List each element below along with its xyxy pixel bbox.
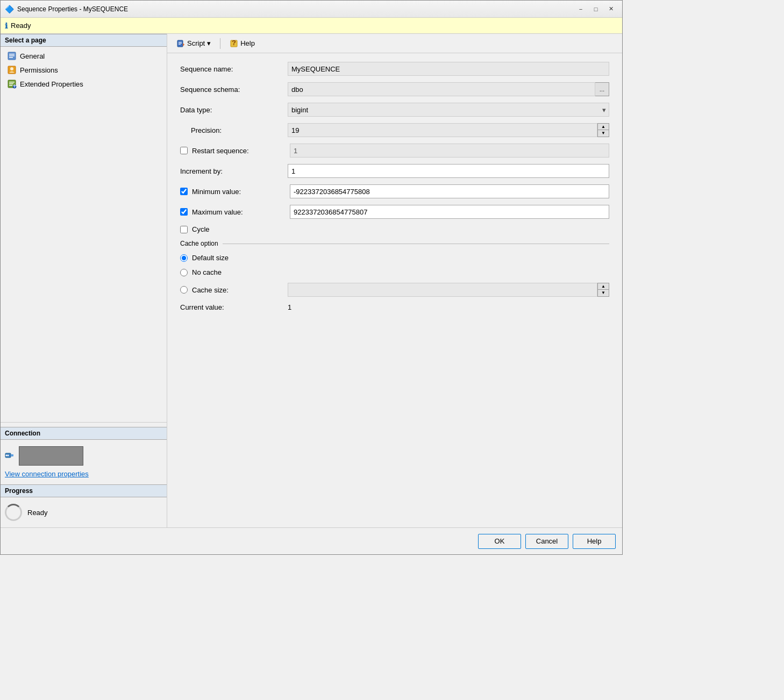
svg-rect-3 [9,57,13,58]
toolbar: Script ▾ ? Help [167,34,622,53]
connection-header: Connection [1,427,167,440]
title-bar: 🔷 Sequence Properties - MySEQUENCE − □ ✕ [1,1,622,18]
maximum-value-checkbox[interactable] [180,208,188,216]
script-dropdown-icon: ▾ [207,39,211,47]
sequence-schema-label: Sequence schema: [180,85,288,94]
sidebar-item-permissions[interactable]: Permissions [1,63,167,77]
cache-size-input[interactable] [288,283,597,297]
connection-icon [5,451,15,461]
svg-point-5 [10,67,13,70]
main-container: Select a page General Permissions [1,34,622,527]
connection-section: Connection View connection properties [1,422,167,484]
precision-spinner-group: ▲ ▼ [288,123,609,137]
minimum-value-checkbox[interactable] [180,188,188,195]
script-label: Script [187,39,205,47]
restart-sequence-input[interactable] [290,144,609,158]
script-icon [176,39,185,48]
sequence-schema-row: Sequence schema: … [180,82,609,96]
sequence-schema-group: … [288,82,609,96]
data-type-select[interactable]: bigint int smallint tinyint numeric deci… [288,103,609,117]
help-icon: ? [230,39,238,48]
maximum-value-input[interactable] [290,205,609,219]
bottom-bar: OK Cancel Help [1,527,622,554]
cache-size-increment-button[interactable]: ▲ [597,283,609,290]
current-value-label: Current value: [180,303,288,311]
view-connection-link[interactable]: View connection properties [5,468,162,480]
cache-option-divider: Cache option [180,240,609,247]
svg-point-15 [8,455,9,456]
progress-spinner [5,504,22,521]
current-value-row: Current value: 1 [180,303,609,311]
increment-by-label: Increment by: [180,167,288,175]
default-size-row: Default size [180,254,609,262]
cache-size-spinner-buttons: ▲ ▼ [597,283,609,297]
restart-sequence-label: Restart sequence: [192,147,290,155]
progress-row: Ready [5,502,162,523]
cache-size-spinner-group: ▲ ▼ [288,283,609,297]
progress-section: Progress Ready [1,484,167,527]
progress-header: Progress [1,484,167,497]
sidebar-nav: General Permissions + [1,47,167,237]
close-button[interactable]: ✕ [604,4,618,15]
form-area: Sequence name: Sequence schema: … Data t… [167,53,622,527]
data-type-wrapper: bigint int smallint tinyint numeric deci… [288,103,609,117]
sidebar-item-extended-properties[interactable]: + Extended Properties [1,77,167,91]
sidebar-item-general[interactable]: General [1,49,167,63]
cycle-checkbox[interactable] [180,226,188,233]
cache-size-radio[interactable] [180,286,188,294]
no-cache-row: No cache [180,268,609,276]
restore-button[interactable]: □ [589,4,603,15]
svg-point-14 [6,455,8,456]
current-value: 1 [288,303,291,311]
ok-button[interactable]: OK [478,534,521,549]
cache-size-label: Cache size: [192,286,288,294]
minimum-value-row: Minimum value: [180,184,609,198]
svg-rect-9 [9,85,12,86]
no-cache-radio[interactable] [180,269,188,276]
status-bar: ℹ Ready [1,18,622,34]
sequence-schema-browse-button[interactable]: … [595,82,609,96]
minimum-value-input[interactable] [290,184,609,198]
precision-row: Precision: ▲ ▼ [180,123,609,137]
default-size-label: Default size [192,254,229,262]
script-button[interactable]: Script ▾ [172,37,216,50]
help-button[interactable]: ? Help [225,37,260,50]
svg-text:+: + [12,82,17,89]
maximum-value-label: Maximum value: [192,208,290,216]
data-type-label: Data type: [180,106,288,114]
sequence-schema-input[interactable] [288,82,595,96]
data-type-row: Data type: bigint int smallint tinyint n… [180,103,609,117]
restart-sequence-row: Restart sequence: [180,144,609,158]
precision-increment-button[interactable]: ▲ [597,123,609,130]
default-size-radio[interactable] [180,254,188,262]
svg-rect-17 [179,42,182,42]
svg-rect-13 [11,454,13,456]
precision-input[interactable] [288,123,597,137]
window-controls: − □ ✕ [574,4,618,15]
no-cache-label: No cache [192,268,222,276]
connection-box [19,446,83,466]
cycle-row: Cycle [180,225,609,233]
restart-sequence-checkbox[interactable] [180,147,188,154]
minimize-button[interactable]: − [574,4,588,15]
increment-by-input[interactable] [288,164,609,178]
cache-size-decrement-button[interactable]: ▼ [597,290,609,297]
select-page-header: Select a page [1,34,167,47]
precision-decrement-button[interactable]: ▼ [597,130,609,137]
cycle-label: Cycle [192,225,210,233]
svg-rect-1 [9,54,15,55]
progress-status: Ready [27,509,48,517]
extended-icon: + [7,79,17,89]
cancel-button[interactable]: Cancel [525,534,568,549]
sequence-name-row: Sequence name: [180,62,609,76]
svg-text:?: ? [232,39,236,47]
cache-option-line [223,244,609,244]
cache-size-row: Cache size: ▲ ▼ [180,283,609,297]
content-area: Script ▾ ? Help Sequence name: Sequence [167,34,622,527]
svg-rect-18 [179,43,182,44]
help-bottom-button[interactable]: Help [573,534,616,549]
maximum-value-row: Maximum value: [180,205,609,219]
status-text: Ready [11,22,31,30]
cache-option-label: Cache option [180,240,223,247]
toolbar-divider [220,38,220,49]
